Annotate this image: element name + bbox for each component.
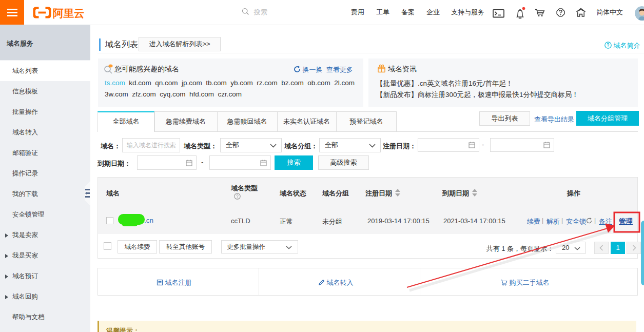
svg-text:阿里云: 阿里云: [53, 7, 85, 19]
